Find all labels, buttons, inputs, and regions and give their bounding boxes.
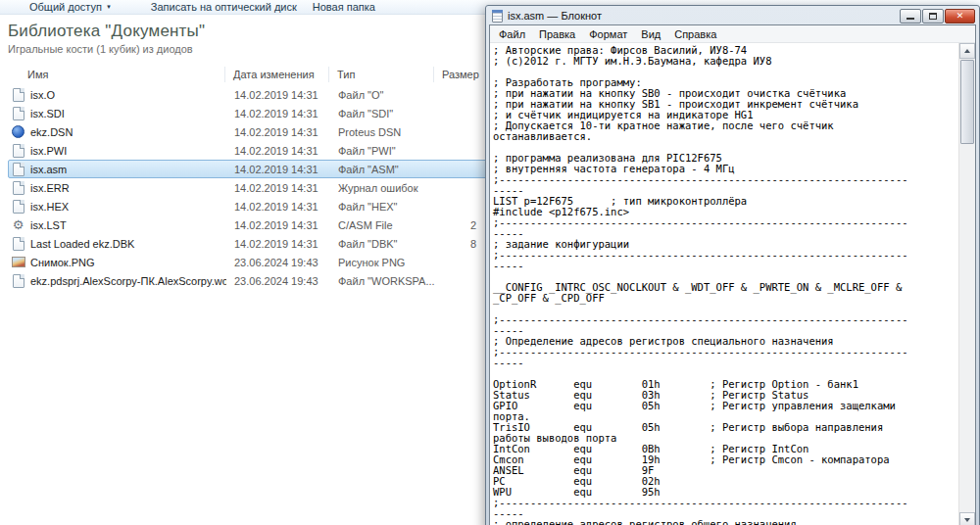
column-header-name[interactable]: Имя xyxy=(8,67,225,82)
file-type: Файл "SDI" xyxy=(330,108,435,119)
file-name-cell: Снимок.PNG xyxy=(9,255,226,269)
code-line: ;---------------------------------------… xyxy=(493,174,958,185)
file-date: 14.02.2019 14:31 xyxy=(226,201,330,213)
new-folder-button[interactable]: Новая папка xyxy=(313,1,375,13)
code-line: ;---------------------------------------… xyxy=(493,347,958,358)
column-header-type[interactable]: Тип xyxy=(329,67,434,82)
file-name: isx.O xyxy=(30,89,55,101)
file-name-cell: isx.ERR xyxy=(9,180,226,195)
file-file-icon xyxy=(11,143,25,158)
file-date: 14.02.2019 14:31 xyxy=(226,89,330,101)
file-type: Рисунок PNG xyxy=(330,257,435,268)
dsn-file-icon xyxy=(11,124,25,139)
file-type: Файл "DBK" xyxy=(330,238,435,250)
file-type: Файл "WORKSPA... xyxy=(330,275,435,287)
file-date: 14.02.2019 14:31 xyxy=(226,108,330,119)
code-line: ; определение адресов регистров общего н… xyxy=(493,519,958,525)
file-name-cell: isx.asm xyxy=(9,162,226,176)
file-name: isx.SDI xyxy=(30,108,65,119)
file-date: 14.02.2019 14:31 xyxy=(226,182,330,194)
notepad-window: isx.asm — Блокнот ✕ ФайлПравкаФорматВидС… xyxy=(485,5,980,525)
file-name: isx.ERR xyxy=(30,182,70,194)
menu-item-Формат[interactable]: Формат xyxy=(582,26,634,42)
notepad-menubar: ФайлПравкаФорматВидСправка xyxy=(490,25,975,43)
maximize-button[interactable] xyxy=(922,9,944,24)
file-date: 14.02.2019 14:31 xyxy=(226,145,330,157)
notepad-client-area: ФайлПравкаФорматВидСправка ; Авторские п… xyxy=(489,24,976,525)
notepad-text[interactable]: ; Авторские права: Фирсов Василий, ИУ8-7… xyxy=(490,43,958,525)
code-line: останавливается. xyxy=(493,131,958,142)
code-line: ;---------------------------------------… xyxy=(493,314,958,325)
file-date: 14.02.2019 14:31 xyxy=(226,219,330,231)
close-icon: ✕ xyxy=(956,12,964,21)
file-file-icon xyxy=(11,199,25,214)
file-date: 14.02.2019 14:31 xyxy=(226,164,330,175)
notepad-titlebar[interactable]: isx.asm — Блокнот ✕ xyxy=(489,6,976,24)
burn-disc-button[interactable]: Записать на оптический диск xyxy=(151,1,297,13)
file-name-cell: isx.HEX xyxy=(9,199,226,214)
code-line: ;---------------------------------------… xyxy=(493,498,958,508)
desktop: Общий доступ ▼ Записать на оптический ди… xyxy=(0,0,980,525)
scroll-up-button[interactable] xyxy=(959,43,975,59)
notepad-app-icon xyxy=(492,10,503,23)
gear-file-icon xyxy=(11,217,25,232)
code-line: ;---------------------------------------… xyxy=(493,250,958,261)
file-type: Файл "O" xyxy=(330,89,435,101)
file-name: isx.LST xyxy=(30,219,67,231)
file-file-icon xyxy=(11,180,25,195)
file-name-cell: ekz.DSN xyxy=(9,124,226,139)
file-type: Файл "PWI" xyxy=(330,145,435,157)
file-type: Файл "ASM" xyxy=(330,164,435,175)
file-name-cell: isx.PWI xyxy=(9,143,226,158)
share-button[interactable]: Общий доступ ▼ xyxy=(29,1,112,13)
notepad-body: ; Авторские права: Фирсов Василий, ИУ8-7… xyxy=(490,43,975,525)
file-name-cell: isx.O xyxy=(9,87,226,102)
file-name-cell: ekz.pdsprj.AlexScorpy-ПК.AlexScorpy.wo..… xyxy=(9,273,226,288)
menu-item-Файл[interactable]: Файл xyxy=(492,26,532,42)
file-name-cell: isx.SDI xyxy=(9,106,226,120)
maximize-icon xyxy=(929,13,937,20)
file-name-cell: Last Loaded ekz.DBK xyxy=(9,236,226,251)
file-name: Снимок.PNG xyxy=(30,257,95,268)
file-file-icon xyxy=(11,162,25,176)
code-line: ;---------------------------------------… xyxy=(493,217,958,228)
menu-item-Правка[interactable]: Правка xyxy=(532,26,582,42)
file-file-icon xyxy=(11,106,25,120)
code-line: ; (с)2012 г. МГТУ им.Н.Э.Баумана, кафедр… xyxy=(493,56,958,67)
dropdown-caret-icon: ▼ xyxy=(106,4,112,10)
file-date: 14.02.2019 14:31 xyxy=(226,238,330,250)
file-name: Last Loaded ekz.DBK xyxy=(30,238,134,250)
file-name-cell: isx.LST xyxy=(9,217,226,232)
file-file-icon xyxy=(11,236,25,251)
code-line: GPIO equ 05h ; Регистр управления защелк… xyxy=(493,401,958,411)
file-file-icon xyxy=(11,87,25,102)
file-date: 14.02.2019 14:31 xyxy=(226,126,330,138)
scroll-down-button[interactable] xyxy=(959,512,975,525)
minimize-icon xyxy=(906,18,914,20)
code-line: ----- xyxy=(493,261,958,271)
file-type: Proteus DSN xyxy=(330,126,435,138)
file-type: C/ASM File xyxy=(330,219,435,231)
file-name: isx.asm xyxy=(30,164,67,175)
file-name: isx.PWI xyxy=(30,145,67,157)
column-header-date[interactable]: Дата изменения xyxy=(225,67,329,82)
file-file-icon xyxy=(11,273,25,288)
scroll-up-icon xyxy=(964,49,970,53)
vertical-scrollbar[interactable] xyxy=(958,43,975,525)
minimize-button[interactable] xyxy=(900,9,921,24)
scrollbar-thumb[interactable] xyxy=(960,60,974,144)
file-name: ekz.pdsprj.AlexScorpy-ПК.AlexScorpy.wo..… xyxy=(30,275,226,287)
window-controls: ✕ xyxy=(900,9,975,24)
close-button[interactable]: ✕ xyxy=(945,9,975,24)
menu-item-Справка[interactable]: Справка xyxy=(667,26,723,42)
file-type: Журнал ошибок xyxy=(330,182,435,194)
file-date: 23.06.2024 19:43 xyxy=(226,257,330,268)
code-line: ----- xyxy=(493,358,958,368)
scroll-down-icon xyxy=(964,518,970,522)
menu-item-Вид[interactable]: Вид xyxy=(634,26,667,42)
file-date: 23.06.2024 19:43 xyxy=(226,275,330,287)
file-type: Файл "HEX" xyxy=(330,201,435,213)
share-button-label: Общий доступ xyxy=(29,1,102,13)
file-name: isx.HEX xyxy=(30,201,69,213)
code-line: _CP_OFF & _CPD_OFF xyxy=(493,293,958,304)
